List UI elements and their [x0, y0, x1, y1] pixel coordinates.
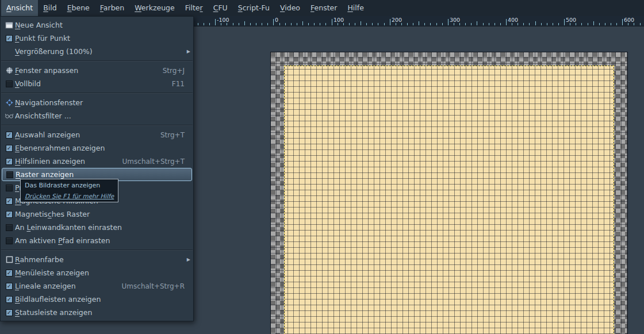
menu-item-accelerator: Strg+J [163, 67, 185, 75]
menubar-item-cfu[interactable]: CFU [208, 0, 233, 16]
menu-item-label: Punkt für Punkt [15, 34, 185, 43]
menu-item-hilfslinien-anzeigen[interactable]: ✓Hilfslinien anzeigenUmschalt+Strg+T [1, 155, 193, 168]
menubar-item-filter[interactable]: Filter [180, 0, 208, 16]
menu-separator [1, 249, 193, 251]
checkbox-unchecked-icon [6, 237, 13, 244]
ruler-tick [250, 23, 251, 25]
menu-item-am-aktiven-pfad-einrasten[interactable]: Am aktiven Pfad einrasten [1, 234, 193, 247]
menu-item-statusleiste-anzeigen[interactable]: ✓Statusleiste anzeigen [1, 306, 193, 319]
menubar-item-script-fu[interactable]: Script-Fu [233, 0, 275, 16]
menubar-item-hilfe[interactable]: Hilfe [342, 0, 369, 16]
menu-item-magnetisches-raster[interactable]: ✓Magnetisches Raster [1, 208, 193, 221]
menu-item-lineale-anzeigen[interactable]: ✓Lineale anzeigenUmschalt+Strg+R [1, 279, 193, 293]
ruler-tick [325, 23, 326, 25]
ruler-tick [332, 19, 332, 25]
menu-item-label: Hilfslinien anzeigen [15, 157, 114, 166]
menu-item-vergr-erung-100[interactable]: Vergrößerung (100%)▶ [1, 45, 193, 58]
ruler-tick [215, 19, 216, 25]
canvas-image[interactable] [270, 52, 628, 334]
ruler-tick [518, 23, 518, 25]
ruler-tick [349, 23, 350, 25]
checkbox-cell: ✓ [3, 296, 15, 303]
menubar-item-video[interactable]: Video [275, 0, 305, 16]
ruler-tick [267, 23, 268, 25]
checkbox-cell: ✓ [3, 198, 15, 205]
menu-item-label: Neue Ansicht [15, 21, 185, 29]
ruler-tick [448, 19, 448, 25]
ruler-tick [424, 23, 425, 25]
menu-item-punkt-f-r-punkt[interactable]: ✓Punkt für Punkt [1, 32, 193, 45]
ruler-tick [523, 23, 524, 25]
menu-item-vollbild[interactable]: VollbildF11 [1, 77, 193, 90]
ruler-tick [297, 23, 297, 25]
checkbox-checked-icon: ✓ [6, 158, 13, 165]
menu-separator [1, 93, 193, 94]
menu-item-pr-fpunkte-anzeigen[interactable]: Prüfpunkte anzeigen [1, 181, 193, 194]
menu-item-rahmenfarbe[interactable]: Rahmenfarbe▶ [1, 253, 193, 266]
menubar-item-ansicht[interactable]: Ansicht [1, 0, 38, 16]
menubar-item-bild[interactable]: Bild [38, 0, 62, 16]
menu-item-ansichtsfilter[interactable]: Ansichtsfilter ... [1, 109, 193, 122]
ruler-label: 600 [624, 17, 634, 23]
checkbox-cell [3, 185, 15, 191]
ruler-tick [366, 23, 367, 25]
ruler-tick [378, 23, 378, 25]
gimp-window: { "colors": { "menubar_bg": "#1d2731", "… [0, 0, 644, 334]
menu-item-label: Navigationsfenster [15, 98, 185, 107]
menu-item-raster-anzeigen[interactable]: Raster anzeigen [2, 168, 192, 181]
menu-item-bildlaufleisten-anzeigen[interactable]: ✓Bildlaufleisten anzeigen [1, 293, 193, 306]
border-color-icon [3, 256, 15, 263]
ruler-tick [541, 23, 542, 25]
checkbox-cell [3, 224, 15, 231]
ruler-tick [471, 23, 471, 25]
ruler-tick [320, 23, 320, 25]
ruler-tick [506, 19, 507, 25]
menu-item-label: Rahmenfarbe [15, 255, 185, 264]
menu-item-accelerator: Umschalt+Strg+R [122, 282, 185, 290]
menu-item-auswahl-anzeigen[interactable]: ✓Auswahl anzeigenStrg+T [1, 128, 193, 141]
ruler-tick [419, 21, 419, 25]
menu-item-label: Vergrößerung (100%) [15, 47, 185, 56]
new-view-icon [3, 22, 15, 29]
checkbox-cell [3, 80, 15, 87]
checkbox-cell: ✓ [3, 158, 15, 165]
menu-item-an-leinwandkanten-einrasten[interactable]: An Leinwandkanten einrasten [1, 221, 193, 234]
ruler-tick [483, 23, 484, 25]
menubar-item-fenster[interactable]: Fenster [305, 0, 342, 16]
menu-item-label: Vollbild [15, 79, 164, 88]
ruler-tick [465, 23, 466, 25]
submenu-arrow-icon: ▶ [185, 257, 190, 262]
checkbox-unchecked-icon [6, 171, 13, 178]
menu-item-neue-ansicht[interactable]: Neue Ansicht [1, 18, 193, 32]
menu-separator [1, 125, 193, 126]
ruler-tick [459, 23, 460, 25]
menu-item-navigationsfenster[interactable]: Navigationsfenster [1, 96, 193, 109]
checkbox-checked-icon: ✓ [6, 132, 13, 139]
ruler-tick [634, 23, 634, 25]
menu-item-fenster-anpassen[interactable]: Fenster anpassenStrg+J [1, 64, 193, 77]
ruler-tick [628, 23, 628, 25]
menubar-item-werkzeuge[interactable]: Werkzeuge [129, 0, 180, 16]
checkbox-cell: ✓ [3, 145, 15, 152]
ruler-tick [512, 23, 512, 25]
menubar-item-ebene[interactable]: Ebene [62, 0, 95, 16]
ruler-tick [564, 19, 565, 25]
ruler-tick [227, 23, 227, 25]
ruler-tick [616, 23, 617, 25]
menubar-item-farben[interactable]: Farben [95, 0, 129, 16]
menu-item-men-leiste-anzeigen[interactable]: ✓Menüleiste anzeigen [1, 266, 193, 279]
menu-item-ebenenrahmen-anzeigen[interactable]: ✓Ebenenrahmen anzeigen [1, 141, 193, 155]
menu-item-label: Ebenenrahmen anzeigen [15, 144, 185, 152]
menu-item-label: Menüleiste anzeigen [15, 268, 185, 277]
ruler-tick [209, 23, 210, 25]
ruler-tick [384, 23, 385, 25]
checkbox-checked-icon: ✓ [6, 296, 13, 303]
ruler-tick [547, 23, 547, 25]
ruler-tick [576, 23, 576, 25]
ruler-tick [372, 23, 373, 25]
ruler-tick [477, 21, 477, 25]
ruler-tick [442, 23, 443, 25]
ruler-tick [198, 23, 198, 25]
checkbox-checked-icon: ✓ [6, 270, 13, 277]
menu-item-magnetische-hilfslinien[interactable]: ✓Magnetische Hilfslinien [1, 194, 193, 208]
